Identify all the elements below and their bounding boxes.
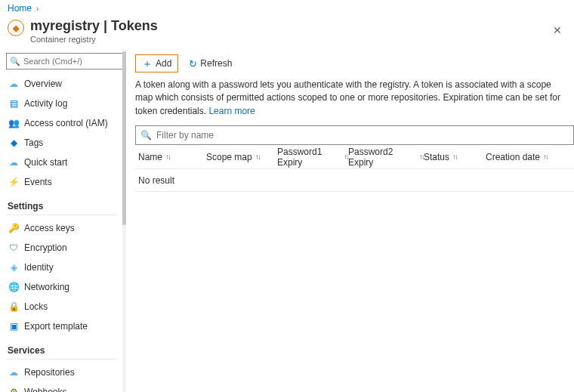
column-label: Status: [424, 152, 449, 162]
plus-icon: ＋: [142, 58, 153, 69]
sidebar-item-label: Events: [24, 177, 52, 187]
sidebar-item-activity-log[interactable]: ▤ Activity log: [6, 94, 116, 113]
sidebar-item-label: Tags: [24, 137, 43, 148]
column-name[interactable]: Name ↑↓: [135, 152, 206, 162]
key-icon: 🔑: [8, 222, 20, 234]
breadcrumb: Home ›: [0, 0, 574, 17]
refresh-button[interactable]: ↻ Refresh: [186, 54, 235, 73]
sidebar-item-events[interactable]: ⚡ Events: [6, 172, 116, 192]
sidebar-item-label: Encryption: [24, 242, 67, 253]
search-icon: 🔍: [10, 57, 20, 66]
chevron-right-icon: ›: [36, 5, 39, 13]
page-subtitle: Container registry: [30, 35, 158, 44]
sidebar-item-encryption[interactable]: 🛡 Encryption: [6, 238, 116, 258]
sidebar-item-access-control[interactable]: 👥 Access control (IAM): [6, 113, 116, 133]
breadcrumb-home[interactable]: Home: [8, 3, 32, 14]
sort-icon: ↑↓: [165, 153, 170, 161]
sort-icon: ↑↓: [452, 153, 457, 161]
main-content: ＋ Add ↻ Refresh A token along with a pas…: [126, 50, 574, 392]
sidebar-item-locks[interactable]: 🔒 Locks: [6, 297, 116, 316]
table-header-row: Name ↑↓ Scope map ↑↓ Password1 Expiry ↑↓…: [135, 145, 574, 169]
people-icon: 👥: [8, 117, 20, 129]
sidebar: 🔍 « ☁ Overview ▤ Activity log 👥 Access c…: [0, 50, 122, 392]
column-label: Scope map: [206, 152, 252, 162]
add-button-label: Add: [156, 58, 171, 69]
sidebar-item-overview[interactable]: ☁ Overview: [6, 74, 116, 94]
sidebar-item-quick-start[interactable]: ☁ Quick start: [6, 153, 116, 172]
filter-input[interactable]: [156, 130, 569, 140]
sidebar-item-label: Access control (IAM): [24, 118, 108, 128]
container-registry-icon: ◆: [8, 20, 24, 36]
refresh-icon: ↻: [189, 58, 197, 69]
sidebar-item-label: Activity log: [24, 98, 67, 109]
identity-icon: ◈: [8, 261, 20, 273]
sidebar-section-settings: Settings: [6, 199, 116, 213]
close-icon[interactable]: ✕: [550, 21, 565, 39]
column-creation-date[interactable]: Creation date ↑↓: [486, 152, 561, 162]
sidebar-item-tags[interactable]: ◆ Tags: [6, 133, 116, 153]
sidebar-item-export-template[interactable]: ▣ Export template: [6, 316, 116, 336]
sidebar-item-networking[interactable]: 🌐 Networking: [6, 277, 116, 297]
sidebar-item-label: Export template: [24, 321, 88, 332]
sidebar-section-services: Services: [6, 344, 116, 357]
sort-icon: ↑↓: [255, 153, 260, 161]
column-scope-map[interactable]: Scope map ↑↓: [206, 152, 277, 162]
add-button[interactable]: ＋ Add: [135, 54, 178, 73]
no-result-text: No result: [138, 175, 174, 186]
column-label: Password1 Expiry: [277, 147, 341, 168]
search-icon: 🔍: [140, 130, 152, 140]
description-text: A token along with a password lets you a…: [135, 79, 573, 118]
cloud-icon: ☁: [8, 78, 20, 90]
table-empty-row: No result: [135, 169, 574, 192]
repositories-icon: ☁: [8, 366, 20, 378]
globe-icon: 🌐: [8, 281, 20, 293]
toolbar: ＋ Add ↻ Refresh: [135, 50, 574, 79]
column-label: Name: [138, 152, 162, 162]
column-password2-expiry[interactable]: Password2 Expiry ↑↓: [348, 147, 424, 168]
sidebar-item-access-keys[interactable]: 🔑 Access keys: [6, 218, 116, 238]
sort-icon: ↑↓: [543, 153, 548, 161]
template-icon: ▣: [8, 320, 20, 332]
column-password1-expiry[interactable]: Password1 Expiry ↑↓: [277, 147, 348, 168]
column-label: Password2 Expiry: [348, 147, 416, 168]
sidebar-item-label: Locks: [24, 301, 48, 312]
shield-icon: 🛡: [8, 242, 20, 254]
sidebar-item-label: Repositories: [24, 367, 75, 378]
sidebar-item-webhooks[interactable]: ⚙ Webhooks: [6, 382, 116, 392]
page-title-row: ◆ myregistry | Tokens Container registry…: [0, 17, 574, 50]
rocket-icon: ☁: [8, 156, 20, 168]
sidebar-search-input[interactable]: [23, 57, 122, 66]
learn-more-link[interactable]: Learn more: [208, 106, 255, 116]
lightning-icon: ⚡: [8, 176, 20, 188]
column-status[interactable]: Status ↑↓: [424, 152, 486, 162]
sidebar-item-identity[interactable]: ◈ Identity: [6, 258, 116, 277]
webhooks-icon: ⚙: [8, 386, 20, 392]
page-title: myregistry | Tokens: [30, 18, 158, 34]
lock-icon: 🔒: [8, 301, 20, 313]
sidebar-item-label: Identity: [24, 262, 54, 273]
sidebar-item-repositories[interactable]: ☁ Repositories: [6, 363, 116, 382]
tags-icon: ◆: [8, 137, 20, 149]
sidebar-item-label: Access keys: [24, 223, 75, 233]
filter-by-name[interactable]: 🔍: [135, 125, 574, 145]
sidebar-item-label: Networking: [24, 282, 69, 292]
activity-log-icon: ▤: [8, 97, 20, 110]
sidebar-search[interactable]: 🔍: [6, 53, 122, 69]
refresh-button-label: Refresh: [200, 58, 232, 69]
sidebar-item-label: Quick start: [24, 157, 67, 168]
sidebar-item-label: Webhooks: [24, 387, 66, 392]
sidebar-item-label: Overview: [24, 79, 62, 89]
column-label: Creation date: [486, 152, 540, 162]
